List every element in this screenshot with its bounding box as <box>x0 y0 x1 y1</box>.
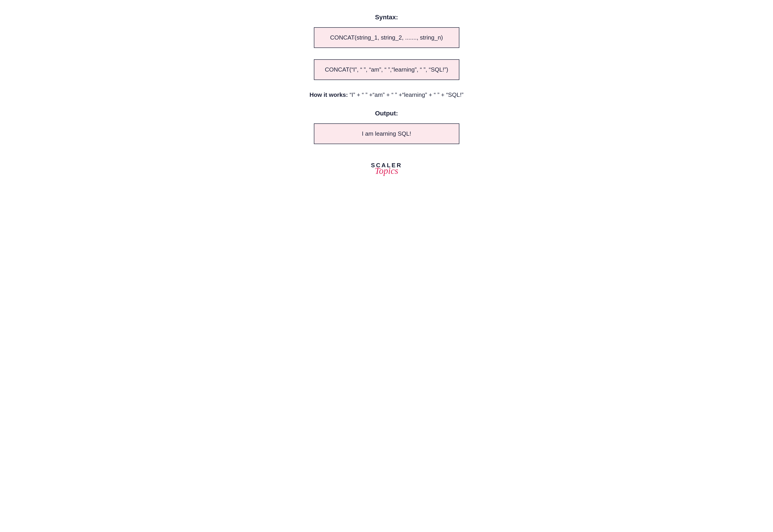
how-it-works-text: “I” + “ ” +“am” + “ ” +“learning” + “ ” … <box>350 91 463 98</box>
output-box: I am learning SQL! <box>314 123 459 144</box>
scaler-topics-logo: SCALER Topics <box>371 162 402 175</box>
how-it-works-label: How it works: <box>310 91 350 98</box>
logo-topics-text: Topics <box>375 166 398 175</box>
output-heading: Output: <box>375 110 398 117</box>
example-box: CONCAT(“I”, “ ”, “am”, “ ”,“learning”, “… <box>314 59 459 80</box>
syntax-heading: Syntax: <box>375 14 398 21</box>
syntax-box: CONCAT(string_1, string_2, ......., stri… <box>314 27 459 48</box>
how-it-works-line: How it works: “I” + “ ” +“am” + “ ” +“le… <box>310 91 464 98</box>
